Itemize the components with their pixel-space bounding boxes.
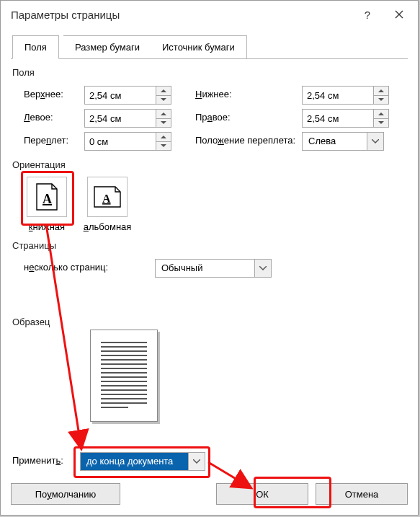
input-top-margin-value[interactable] — [85, 87, 156, 104]
group-pages-label: Страницы — [12, 240, 56, 251]
help-button[interactable]: ? — [352, 3, 383, 26]
tab-strip: Поля Размер бумаги Источник бумаги — [11, 35, 408, 59]
spin-down-icon[interactable] — [374, 119, 388, 128]
input-right-margin[interactable] — [302, 109, 389, 128]
close-icon — [395, 10, 403, 19]
label-bottom-margin: Нижнее: — [195, 89, 232, 100]
page-setup-dialog: Параметры страницы ? Поля Размер бумаги … — [0, 0, 419, 516]
spin-down-icon[interactable] — [156, 96, 171, 105]
label-top-margin: Верхнее: — [24, 89, 63, 100]
label-portrait: книжная — [27, 221, 67, 232]
page-preview — [90, 330, 158, 422]
select-gutter-position-value: Слева — [303, 133, 367, 150]
client-area: Поля Размер бумаги Источник бумаги Поля … — [11, 35, 408, 470]
page-landscape-icon: A — [94, 186, 121, 208]
close-button[interactable] — [383, 3, 415, 26]
select-multiple-pages-value: Обычный — [156, 260, 254, 277]
tab-paper-size[interactable]: Размер бумаги — [63, 35, 152, 59]
orientation-landscape[interactable]: A — [87, 177, 128, 217]
cancel-button[interactable]: Отмена — [316, 483, 408, 505]
spin-up-icon[interactable] — [374, 110, 388, 119]
spin-down-icon[interactable] — [374, 96, 388, 105]
label-gutter-position: Положение переплета: — [195, 135, 295, 146]
label-right-margin: Правое: — [195, 112, 231, 123]
tab-paper-source[interactable]: Источник бумаги — [151, 35, 247, 59]
spin-down-icon[interactable] — [156, 142, 171, 151]
label-left-margin: Левое: — [24, 112, 53, 123]
svg-text:A: A — [43, 192, 52, 206]
chevron-down-icon[interactable] — [367, 133, 383, 150]
orientation-portrait[interactable]: A — [27, 177, 67, 217]
group-sample-label: Образец — [12, 317, 50, 327]
page-portrait-icon: A — [36, 183, 58, 211]
input-gutter-value[interactable] — [85, 133, 156, 150]
label-multiple-pages: несколько страниц: — [24, 262, 108, 273]
default-button[interactable]: По умолчанию — [11, 483, 120, 505]
dialog-footer: По умолчанию ОК Отмена — [11, 483, 408, 505]
dialog-title: Параметры страницы — [11, 9, 352, 21]
chevron-down-icon[interactable] — [254, 260, 271, 277]
input-right-margin-value[interactable] — [303, 110, 373, 127]
select-multiple-pages[interactable]: Обычный — [155, 259, 272, 278]
title-bar: Параметры страницы ? — [1, 1, 418, 28]
select-apply-to-value: до конца документа — [81, 453, 188, 470]
input-gutter[interactable] — [84, 132, 171, 151]
input-left-margin-value[interactable] — [85, 110, 156, 127]
select-gutter-position[interactable]: Слева — [302, 132, 384, 151]
spin-up-icon[interactable] — [156, 87, 171, 96]
group-orientation-label: Ориентация — [12, 159, 66, 170]
spin-up-icon[interactable] — [374, 87, 388, 96]
input-top-margin[interactable] — [84, 86, 171, 105]
label-gutter: Переплет: — [24, 135, 68, 146]
select-apply-to[interactable]: до конца документа — [80, 452, 205, 471]
label-landscape: альбомная — [81, 221, 133, 232]
chevron-down-icon[interactable] — [188, 453, 205, 470]
spin-up-icon[interactable] — [156, 110, 171, 119]
label-apply-to: Применить: — [12, 455, 63, 466]
group-fields-label: Поля — [12, 67, 35, 78]
input-left-margin[interactable] — [84, 109, 171, 128]
input-bottom-margin-value[interactable] — [303, 87, 373, 104]
input-bottom-margin[interactable] — [302, 86, 389, 105]
svg-text:A: A — [102, 193, 111, 205]
ok-button[interactable]: ОК — [216, 483, 308, 505]
spin-up-icon[interactable] — [156, 133, 171, 142]
spin-down-icon[interactable] — [156, 119, 171, 128]
tab-fields[interactable]: Поля — [12, 35, 59, 59]
